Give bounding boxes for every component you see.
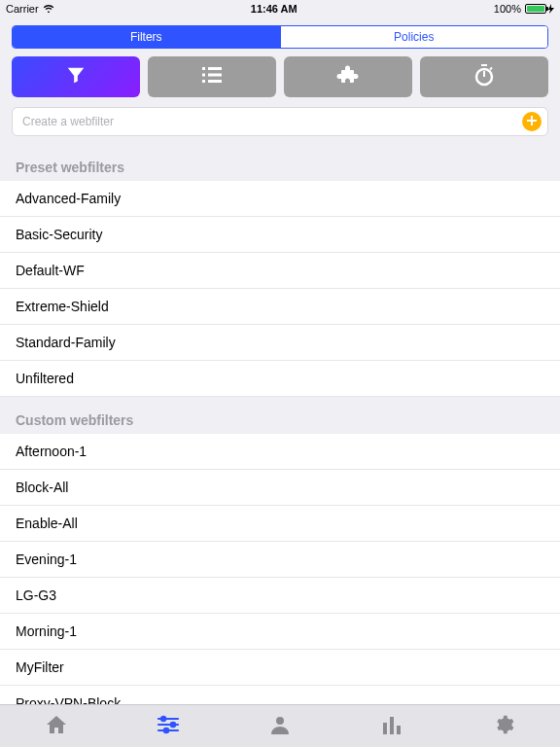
list-item[interactable]: Unfiltered: [0, 361, 560, 397]
list-item[interactable]: Afternoon-1: [0, 434, 560, 470]
tile-lists[interactable]: [148, 56, 276, 97]
list-item[interactable]: MyFilter: [0, 650, 560, 686]
svg-point-18: [276, 717, 284, 725]
svg-rect-4: [202, 80, 205, 83]
gear-icon: [493, 714, 514, 739]
svg-rect-9: [489, 67, 492, 71]
user-icon: [269, 714, 291, 739]
bar-chart-icon: [381, 715, 402, 738]
list-item[interactable]: Morning-1: [0, 614, 560, 650]
top-controls: Filters Policies: [0, 18, 560, 146]
tab-settings[interactable]: [448, 705, 560, 747]
section-header: Custom webfilters: [0, 397, 560, 434]
create-webfilter-input[interactable]: [22, 115, 522, 128]
svg-rect-6: [481, 64, 487, 66]
add-webfilter-button[interactable]: [522, 112, 542, 131]
tile-plugins[interactable]: [284, 56, 412, 97]
plus-icon: [526, 113, 538, 130]
segmented-control: Filters Policies: [12, 25, 548, 49]
segment-policies[interactable]: Policies: [280, 26, 548, 48]
stopwatch-icon: [472, 63, 496, 90]
list-item[interactable]: Evening-1: [0, 542, 560, 578]
list-item[interactable]: LG-G3: [0, 578, 560, 614]
list-item[interactable]: Block-All: [0, 470, 560, 506]
status-bar: Carrier 11:46 AM 100%: [0, 0, 560, 18]
list-item[interactable]: Standard-Family: [0, 325, 560, 361]
tab-bar: [0, 704, 560, 747]
list-item[interactable]: Enable-All: [0, 506, 560, 542]
segment-filters[interactable]: Filters: [13, 26, 280, 48]
battery-icon: [525, 4, 554, 14]
list-item[interactable]: Basic-Security: [0, 217, 560, 253]
list-item[interactable]: Extreme-Shield: [0, 289, 560, 325]
svg-rect-2: [202, 74, 205, 77]
svg-rect-19: [383, 723, 387, 734]
svg-rect-20: [390, 717, 394, 734]
svg-rect-3: [208, 74, 222, 77]
svg-rect-5: [208, 80, 222, 83]
svg-point-13: [161, 716, 165, 720]
list-item[interactable]: Advanced-Family: [0, 181, 560, 217]
svg-point-15: [171, 722, 175, 726]
sliders-icon: [157, 715, 180, 738]
create-webfilter-row: [12, 107, 548, 136]
tab-filters[interactable]: [112, 705, 224, 747]
svg-rect-21: [397, 726, 401, 734]
list-item[interactable]: Proxy-VPN-Block: [0, 686, 560, 704]
category-tiles: [12, 56, 548, 97]
tab-home[interactable]: [0, 705, 112, 747]
svg-rect-0: [202, 67, 205, 70]
tab-user[interactable]: [224, 705, 335, 747]
list-item[interactable]: Default-WF: [0, 253, 560, 289]
svg-point-17: [164, 728, 168, 731]
webfilter-list[interactable]: Preset webfiltersAdvanced-FamilyBasic-Se…: [0, 144, 560, 704]
home-icon: [45, 714, 68, 739]
tile-webfilter[interactable]: [12, 56, 140, 97]
wifi-icon: [43, 3, 54, 15]
battery-percent: 100%: [494, 3, 521, 15]
funnel-icon: [65, 64, 87, 89]
section-header: Preset webfilters: [0, 144, 560, 181]
svg-rect-8: [483, 71, 485, 77]
clock: 11:46 AM: [251, 3, 298, 15]
svg-rect-11: [527, 120, 537, 122]
puzzle-icon: [336, 63, 360, 90]
svg-rect-1: [208, 67, 222, 70]
tab-stats[interactable]: [336, 705, 448, 747]
tile-schedule[interactable]: [420, 56, 548, 97]
list-icon: [200, 65, 224, 89]
carrier-label: Carrier: [6, 3, 39, 15]
